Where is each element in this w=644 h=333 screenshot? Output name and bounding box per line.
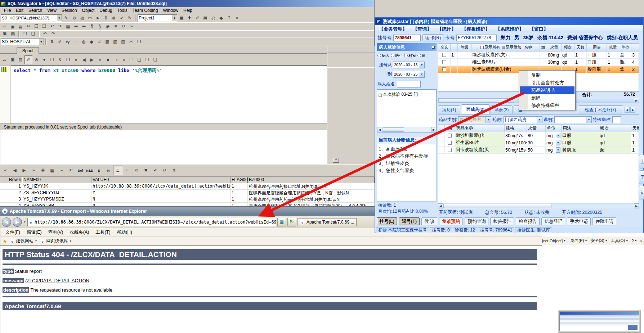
action-button[interactable]: 复诊预约 xyxy=(439,217,463,225)
col-level[interactable]: 等级 xyxy=(458,44,471,51)
outdent-icon[interactable]: ⇤ xyxy=(80,23,88,30)
clip3-icon[interactable]: ❒ xyxy=(143,55,151,64)
refresh-icon[interactable]: ↻ xyxy=(132,166,141,175)
chevron-down-icon[interactable]: ▼ xyxy=(419,71,424,77)
menu-item[interactable]: 【模板维护】 xyxy=(462,26,490,32)
schema-combo[interactable]: SD_HOSPITAL▼ xyxy=(1,38,44,45)
help-menu-button[interactable]: ?▼ xyxy=(630,238,638,244)
tree-expand-icon[interactable]: + xyxy=(379,94,382,97)
card-number-field[interactable]: FZYBK51262778 xyxy=(456,35,497,41)
unit-dropdown-icon[interactable]: ▼ xyxy=(556,140,560,145)
col-select-all[interactable]: 全选 xyxy=(438,44,451,51)
menu-item[interactable]: 【查询】 xyxy=(413,26,431,32)
show-all-checkbox[interactable] xyxy=(480,46,484,49)
abort-icon[interactable]: ⊗ xyxy=(110,15,118,22)
read-card-button[interactable]: 读 卡(R) xyxy=(422,34,443,41)
redo2-icon[interactable]: ↷ xyxy=(49,31,57,37)
col-total[interactable]: 总量 xyxy=(607,44,619,51)
commit-icon[interactable]: ✔ xyxy=(118,15,126,22)
col-group[interactable]: 组 xyxy=(445,125,455,132)
connection-combo[interactable]: SD_HOSPITAL@his213(7)▼ xyxy=(1,14,62,22)
grid-icon[interactable]: ▦ xyxy=(48,166,57,175)
modify-icon[interactable]: ✐ xyxy=(56,38,64,45)
describe-icon[interactable]: ▤ xyxy=(201,15,209,22)
menu-item[interactable]: 【统计】 xyxy=(437,26,456,32)
registration-number-field[interactable]: 7898641 xyxy=(393,35,421,41)
hospital-titlebar[interactable]: 测试库(astar 门诊内科) 福建省老年医院 - [病人就诊] xyxy=(375,18,643,25)
undo2-icon[interactable]: ↶ xyxy=(41,31,49,37)
wrap-icon[interactable]: ↺ xyxy=(120,23,128,30)
menu-item[interactable]: Object xyxy=(80,8,97,13)
run-icon[interactable]: ▶ xyxy=(88,55,96,64)
suggested-sites-button[interactable]: e建议网站▼ xyxy=(10,238,37,244)
post-icon[interactable]: ✔ xyxy=(151,166,160,175)
col-value0[interactable]: VALUE0 xyxy=(91,177,231,183)
row-checkbox[interactable] xyxy=(442,53,446,57)
menu-item[interactable]: View xyxy=(45,8,59,13)
prev-record-icon[interactable]: ◀ xyxy=(80,55,88,64)
col-usage[interactable]: 用法 xyxy=(587,44,607,51)
col-bz0000[interactable]: BZ0000 xyxy=(248,177,375,183)
split-icon[interactable]: ✂ xyxy=(127,38,135,45)
run-step-icon[interactable]: ⇥ xyxy=(112,55,120,64)
pivot-icon[interactable]: ▧ xyxy=(119,38,127,45)
sql-to-doc-icon[interactable]: ❒ xyxy=(48,55,56,64)
error-check-icon[interactable]: ⊗ xyxy=(32,55,40,64)
col-drug-name[interactable]: 药品名称 xyxy=(455,125,505,132)
menu-item[interactable]: 【系统维护】 xyxy=(496,26,524,32)
forward-button[interactable]: ▶ xyxy=(13,217,22,227)
row-checkbox[interactable] xyxy=(448,134,452,138)
next-row-icon[interactable]: ▶ xyxy=(19,166,29,175)
preview-thumbnail-window[interactable] xyxy=(558,310,641,333)
action-button[interactable]: 手术申请 xyxy=(567,217,591,225)
chevron-down-icon[interactable]: ▼ xyxy=(419,62,424,68)
tab-spool[interactable]: Spool xyxy=(17,47,39,54)
radio-option[interactable]: 医生 xyxy=(391,53,403,58)
drug-h-scrollbar[interactable]: ◀ ▶ xyxy=(438,203,639,208)
col-dose[interactable]: 次量 xyxy=(547,44,562,51)
redo-icon[interactable]: ↷ xyxy=(56,23,64,30)
order-n-icon[interactable]: N xyxy=(104,166,113,175)
action-button[interactable]: 候 诊 xyxy=(421,217,437,225)
menu-item[interactable]: Team Coding xyxy=(130,8,161,13)
rollback-icon[interactable]: ↻ xyxy=(126,15,134,22)
show-extra-checkbox[interactable] xyxy=(502,46,505,49)
row-checkbox[interactable] xyxy=(448,141,452,145)
table-row[interactable]: 2 ZS_SFYCHLYYDJ Y 1 医嘱界面是否隐藏合理用药按钮，Y是，N否… xyxy=(0,190,375,196)
action-button[interactable]: 退号(T) xyxy=(399,217,420,225)
scroll-right-icon[interactable]: ▶ xyxy=(431,127,436,132)
menu-item[interactable]: File xyxy=(1,8,13,13)
chevron-down-icon[interactable]: ▼ xyxy=(537,117,542,123)
grid-view-icon[interactable]: ▦ xyxy=(103,38,111,45)
menu-item[interactable]: Session xyxy=(59,8,80,13)
save-all-icon[interactable]: ▣ xyxy=(1,31,9,37)
radio-option[interactable]: 科室 xyxy=(404,53,416,58)
indent-icon[interactable]: ⇥ xyxy=(72,23,80,30)
uncomment-icon[interactable]: § xyxy=(96,23,104,30)
web-slices-button[interactable]: e网页快讯库▼ xyxy=(40,238,72,244)
col-days[interactable]: 天数 xyxy=(631,125,639,132)
first-row-icon[interactable]: « xyxy=(1,166,10,175)
insert-row-icon[interactable]: ✚ xyxy=(38,166,48,175)
col-unit[interactable]: 单位 xyxy=(619,44,631,51)
col-dose[interactable]: 次量 xyxy=(527,125,546,132)
requery-icon[interactable]: ↺ xyxy=(160,166,169,175)
radio-option[interactable]: 病人 xyxy=(377,53,390,58)
menu-item[interactable]: Debug xyxy=(97,8,115,13)
format-1010-icon[interactable]: # xyxy=(95,38,103,45)
menu-item[interactable]: Window xyxy=(160,8,181,13)
project-combo[interactable]: Project1▼ xyxy=(138,14,177,22)
menu-item[interactable]: Edit xyxy=(13,8,26,13)
date-to-input[interactable]: 2020 - 03 - 25▼ xyxy=(393,71,425,78)
col-name00[interactable]: NAME00 xyxy=(22,177,91,183)
prev-row-icon[interactable]: ◀ xyxy=(10,166,19,175)
project-image-icon[interactable]: ▦ xyxy=(178,15,185,22)
patient-name-input[interactable] xyxy=(397,81,421,87)
undo-icon[interactable]: ↶ xyxy=(48,23,56,30)
wizard-icon[interactable]: ✚ xyxy=(185,15,193,22)
col-usage[interactable]: 用法 xyxy=(562,125,599,132)
open-file-icon[interactable]: ▱ xyxy=(1,23,9,30)
page-menu-button[interactable]: 页面(P)▼ xyxy=(569,237,588,244)
scroll-left-icon[interactable]: ◀ xyxy=(438,203,443,208)
find-objects-icon[interactable]: ◎ xyxy=(209,15,217,22)
